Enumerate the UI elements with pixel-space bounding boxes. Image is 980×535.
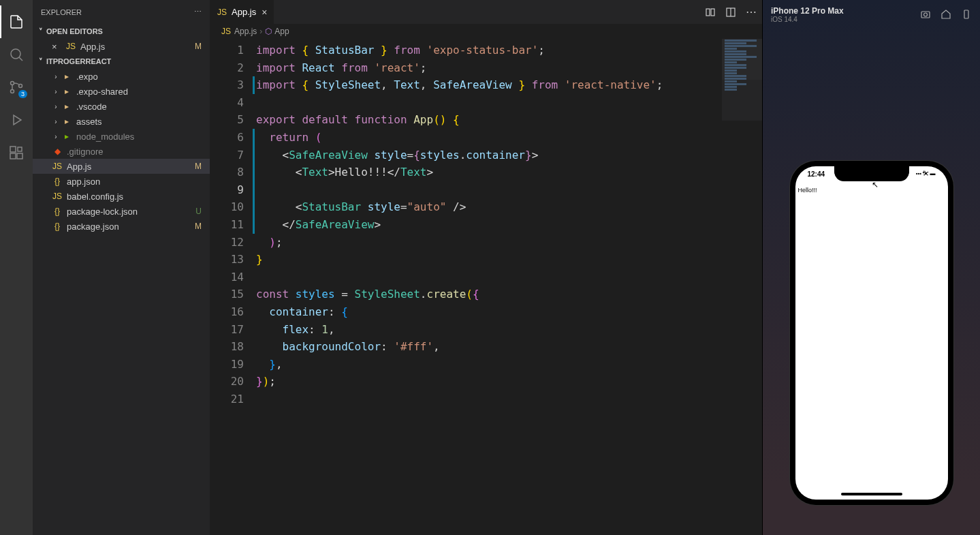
file-tree-item[interactable]: {}package.jsonM bbox=[33, 219, 210, 234]
svg-rect-6 bbox=[17, 153, 22, 159]
open-editor-item[interactable]: ×JSApp.jsM bbox=[33, 39, 210, 54]
file-status: M bbox=[195, 221, 202, 231]
editor-area: JS App.js × ⋯ JS App.js › ⬡ App 12345678… bbox=[210, 0, 762, 535]
js-file-icon: JS bbox=[65, 41, 76, 52]
phone-mockup[interactable]: 12:44 ••• ⏧ ▬ Hello!!! ↖ bbox=[790, 161, 953, 505]
svg-point-1 bbox=[11, 82, 14, 85]
git-file-icon: ◆ bbox=[52, 146, 63, 157]
phone-indicators: ••• ⏧ ▬ bbox=[916, 170, 936, 178]
explorer-icon[interactable] bbox=[0, 5, 33, 38]
minimap[interactable] bbox=[721, 39, 762, 121]
file-tree-item[interactable]: {}app.json bbox=[33, 174, 210, 189]
svg-point-0 bbox=[11, 49, 20, 59]
simulator-panel: iPhone 12 Pro Max iOS 14.4 12:44 ••• ⏧ ▬… bbox=[762, 0, 980, 535]
phone-screen: 12:44 ••• ⏧ ▬ Hello!!! ↖ bbox=[795, 166, 948, 500]
phone-status-bar: 12:44 ••• ⏧ ▬ bbox=[795, 170, 948, 178]
open-editors-header[interactable]: ˅ OPEN EDITORS bbox=[33, 24, 210, 39]
debug-icon[interactable] bbox=[0, 104, 33, 136]
file-tree-item[interactable]: ›▸.vscode bbox=[33, 99, 210, 114]
compare-icon[interactable] bbox=[705, 7, 716, 18]
svg-point-2 bbox=[11, 90, 14, 93]
close-icon[interactable]: × bbox=[262, 7, 267, 18]
symbol-icon: ⬡ bbox=[265, 27, 272, 36]
file-status: M bbox=[195, 162, 202, 171]
phone-time: 12:44 bbox=[808, 170, 825, 178]
file-status: U bbox=[195, 207, 202, 216]
activity-bar: 3 bbox=[0, 0, 33, 535]
more-icon[interactable]: ⋯ bbox=[746, 5, 757, 18]
rotate-icon[interactable] bbox=[961, 9, 972, 20]
home-indicator bbox=[841, 493, 902, 495]
code-content[interactable]: import { StatusBar } from 'expo-status-b… bbox=[256, 39, 762, 535]
cursor-icon: ↖ bbox=[872, 180, 879, 189]
folder-icon: ▸ bbox=[61, 86, 72, 97]
project-header[interactable]: ˅ ITPROGERREACT bbox=[33, 54, 210, 69]
close-icon[interactable]: × bbox=[52, 42, 63, 52]
sidebar-title: EXPLORER bbox=[41, 8, 82, 16]
file-tree-item[interactable]: ›▸node_modules bbox=[33, 129, 210, 144]
device-os: iOS 14.4 bbox=[771, 16, 920, 23]
home-icon[interactable] bbox=[941, 9, 951, 20]
svg-rect-9 bbox=[711, 9, 714, 16]
tab-bar: JS App.js × ⋯ bbox=[210, 0, 762, 24]
folder-icon: ▸ bbox=[61, 101, 72, 112]
split-icon[interactable] bbox=[725, 7, 736, 18]
search-icon[interactable] bbox=[0, 38, 33, 71]
file-tree-item[interactable]: ›▸.expo-shared bbox=[33, 84, 210, 99]
chevron-right-icon: › bbox=[52, 118, 60, 125]
source-control-icon[interactable]: 3 bbox=[0, 71, 33, 104]
screenshot-icon[interactable] bbox=[920, 9, 931, 20]
svg-rect-13 bbox=[964, 10, 968, 18]
js-file-icon: JS bbox=[52, 161, 63, 172]
line-gutter: 123456789101112131415161718192021 bbox=[210, 39, 256, 535]
folder-icon: ▸ bbox=[61, 116, 72, 127]
svg-rect-5 bbox=[10, 153, 16, 159]
breadcrumb[interactable]: JS App.js › ⬡ App bbox=[210, 24, 762, 39]
json-file-icon: {} bbox=[52, 221, 63, 232]
file-status: M bbox=[195, 42, 202, 51]
sidebar-header: EXPLORER ⋯ bbox=[33, 0, 210, 24]
svg-rect-11 bbox=[921, 12, 930, 18]
chevron-right-icon: › bbox=[52, 133, 60, 140]
file-tree-item[interactable]: JSbabel.config.js bbox=[33, 189, 210, 204]
file-tree-item[interactable]: ›▸.expo bbox=[33, 69, 210, 84]
chevron-right-icon: › bbox=[52, 73, 60, 80]
tab-actions: ⋯ bbox=[705, 0, 762, 24]
json-file-icon: {} bbox=[52, 206, 63, 217]
file-tree-item[interactable]: ◆.gitignore bbox=[33, 144, 210, 159]
sidebar: EXPLORER ⋯ ˅ OPEN EDITORS ×JSApp.jsM ˅ I… bbox=[33, 0, 210, 535]
extensions-icon[interactable] bbox=[0, 136, 33, 169]
svg-rect-8 bbox=[706, 9, 710, 16]
js-file-icon: JS bbox=[52, 191, 63, 202]
chevron-right-icon: › bbox=[52, 103, 60, 110]
svg-point-12 bbox=[924, 13, 928, 16]
simulator-header: iPhone 12 Pro Max iOS 14.4 bbox=[763, 0, 980, 29]
tab-label: App.js bbox=[232, 7, 256, 17]
js-file-icon: JS bbox=[217, 7, 227, 18]
file-tree-item[interactable]: ›▸assets bbox=[33, 114, 210, 129]
file-tree-item[interactable]: {}package-lock.jsonU bbox=[33, 204, 210, 219]
chevron-right-icon: › bbox=[52, 88, 60, 95]
scm-badge: 3 bbox=[18, 90, 27, 98]
svg-rect-7 bbox=[18, 147, 22, 151]
code-editor[interactable]: 123456789101112131415161718192021 import… bbox=[210, 39, 762, 535]
js-file-icon: JS bbox=[221, 26, 232, 37]
tab-app-js[interactable]: JS App.js × bbox=[210, 0, 274, 24]
device-name: iPhone 12 Pro Max bbox=[771, 6, 920, 16]
simulator-body: 12:44 ••• ⏧ ▬ Hello!!! ↖ bbox=[763, 29, 980, 535]
app-text: Hello!!! bbox=[798, 187, 817, 194]
file-tree-item[interactable]: JSApp.jsM bbox=[33, 159, 210, 174]
folder-icon: ▸ bbox=[61, 71, 72, 82]
folder-icon: ▸ bbox=[61, 131, 72, 142]
json-file-icon: {} bbox=[52, 176, 63, 187]
sidebar-more-icon[interactable]: ⋯ bbox=[194, 7, 202, 16]
svg-rect-4 bbox=[10, 147, 16, 152]
chevron-right-icon: › bbox=[259, 27, 262, 36]
